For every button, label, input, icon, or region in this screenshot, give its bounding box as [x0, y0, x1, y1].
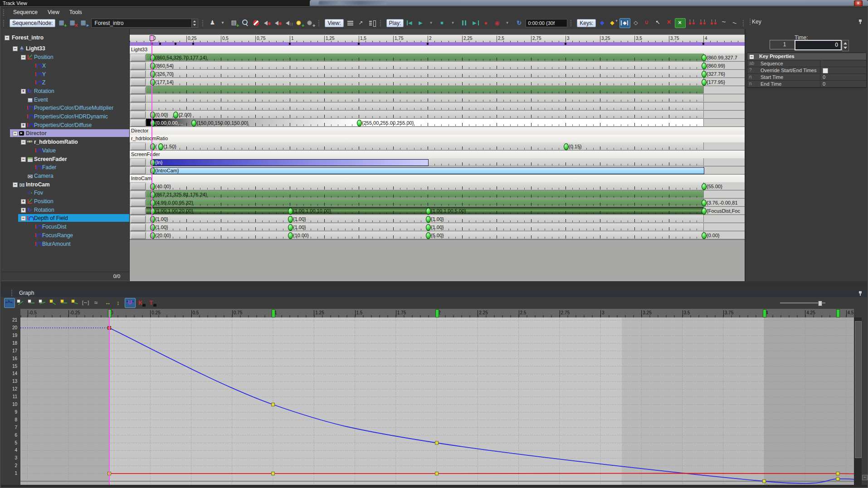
loop-options-button[interactable]	[503, 19, 513, 28]
tree-item-bluramount[interactable]: BlurAmount	[1, 240, 129, 248]
snap-curve-button[interactable]	[92, 298, 102, 307]
graph-playhead[interactable]	[109, 310, 110, 485]
track-key[interactable]	[702, 208, 707, 215]
tree-expander-plus-icon[interactable]: +	[21, 199, 26, 204]
mute-all-button[interactable]	[273, 19, 283, 28]
tree-expander-minus-icon[interactable]: −	[21, 55, 26, 60]
track-gutter-button[interactable]	[131, 71, 146, 78]
timeline-track-light33-hdrdynamic[interactable]: {0.00}{2.00}	[130, 111, 745, 119]
tout-auto-button[interactable]	[49, 298, 59, 307]
fit-vertical-button[interactable]	[114, 298, 124, 307]
tree-item-position[interactable]: +Position	[1, 197, 129, 205]
timeline-track-light33-diffuse[interactable]: {0.00,0.00,...{150.00,150.00,150.00}{255…	[130, 119, 745, 127]
timeline-track-introcam-focusrange[interactable]: {1.00}{1.00}{1.00}	[130, 223, 745, 231]
key-properties-header[interactable]: − Key Properties	[747, 53, 866, 60]
timeline-track-light33-y[interactable]: {326.70}{327.76}	[130, 70, 745, 78]
unmute-all-button[interactable]	[284, 19, 294, 28]
graph-time-ruler[interactable]: -0.5-0.2500.250.50.7511.251.51.7522.252.…	[20, 309, 854, 318]
track-lane[interactable]	[146, 231, 703, 239]
graph-key-time-marker[interactable]	[272, 309, 275, 317]
track-gutter-button[interactable]	[131, 224, 146, 231]
track-gutter-button[interactable]	[131, 216, 146, 223]
property-value[interactable]: 0	[820, 74, 865, 80]
track-gutter-button[interactable]	[131, 95, 146, 102]
track-lane[interactable]	[146, 215, 703, 222]
tree-item-z[interactable]: Z	[1, 78, 129, 87]
tree-item-event[interactable]: Event	[1, 96, 129, 104]
track-gutter-button[interactable]	[131, 167, 146, 174]
timeline-track-light33-diffusemultiplier[interactable]	[130, 102, 745, 111]
summary-key[interactable]	[175, 43, 176, 45]
curve-key[interactable]	[272, 472, 275, 475]
tree-expander-plus-icon[interactable]: +	[21, 89, 26, 94]
tree-expander-plus-icon[interactable]: +	[21, 123, 26, 128]
track-key[interactable]	[357, 120, 362, 127]
track-key[interactable]	[158, 143, 163, 150]
stop-options-button[interactable]	[449, 19, 459, 28]
move-keys-button[interactable]	[598, 18, 608, 27]
track-lane[interactable]	[146, 111, 703, 118]
curve-keys-button[interactable]	[4, 298, 15, 308]
tout-zero-button[interactable]	[59, 298, 69, 307]
pause-button[interactable]	[460, 19, 470, 28]
track-gutter-button[interactable]	[131, 159, 146, 166]
timeline-track-introcam-position[interactable]: {867.21,325.81,176.24}	[130, 190, 745, 199]
timeline-playhead[interactable]	[151, 34, 152, 239]
tree-expander-minus-icon[interactable]: −	[21, 157, 26, 162]
stop-button[interactable]	[438, 19, 448, 28]
track-lane[interactable]	[146, 86, 703, 93]
go-to-end-button[interactable]	[471, 19, 481, 28]
timeline-track-introcam-depth-of-field[interactable]: {1.00,1.00,20.00}{1.00,1.00,10.00}{1.00,…	[130, 207, 745, 215]
tree-expander-minus-icon[interactable]: −	[13, 131, 18, 136]
tangent-out-button[interactable]	[730, 18, 740, 27]
tree-item-properties-color-diffusemultiplier[interactable]: Properties/Color/DiffuseMultiplier	[1, 104, 129, 112]
track-key[interactable]	[150, 143, 155, 150]
tin-zero-button[interactable]	[27, 298, 37, 307]
timeline-track-light33-position[interactable]: {860.54,326.70,177.14}{860.99,327.7	[130, 54, 745, 62]
tree-item-y[interactable]: Y	[1, 70, 129, 78]
timeline-track-screenfader-fader[interactable]: {In}	[130, 158, 745, 166]
track-key[interactable]	[150, 167, 155, 174]
view-curves-button[interactable]	[356, 19, 366, 28]
close-icon[interactable]: ×	[854, 0, 863, 6]
timeline-track-light33-rotation[interactable]	[130, 86, 745, 94]
record-track-2-button[interactable]	[697, 18, 707, 27]
track-gutter-button[interactable]	[131, 54, 146, 61]
snap-none-button[interactable]	[631, 18, 641, 27]
track-gutter-button[interactable]	[131, 191, 146, 198]
delete-keys-button[interactable]	[664, 18, 674, 27]
refresh-button[interactable]	[514, 19, 524, 28]
track-key[interactable]	[150, 159, 155, 166]
property-row-sequence[interactable]: abSequence	[747, 60, 866, 67]
add-selected-node-button[interactable]	[208, 19, 218, 28]
tree-item-r-hdrbloomratio[interactable]: −r_hdrbloomRatio	[1, 138, 129, 146]
timeline-track-director-camera[interactable]: {IntroCam}	[130, 166, 745, 175]
tree-item-depth-of-field[interactable]: −Depth of Field	[1, 214, 129, 222]
go-to-start-button[interactable]	[405, 19, 415, 28]
track-gutter-button[interactable]	[131, 143, 146, 150]
tree-expander-minus-icon[interactable]: −	[5, 35, 10, 40]
property-row-override-start-end-times[interactable]: ?Override Start/End Times	[747, 67, 866, 74]
track-lane[interactable]	[146, 94, 703, 102]
tree-expander-plus-icon[interactable]: +	[21, 208, 26, 213]
find-node-button[interactable]	[240, 19, 250, 28]
graph-panel-titlebar[interactable]: Graph	[1, 289, 867, 297]
track-lane[interactable]	[146, 78, 703, 85]
track-key[interactable]	[702, 232, 707, 239]
track-key[interactable]	[702, 54, 707, 61]
scrollbar-thumb[interactable]	[855, 321, 862, 458]
track-key[interactable]	[288, 216, 293, 223]
property-value[interactable]: 0	[820, 81, 865, 87]
play-options-button[interactable]	[427, 19, 437, 28]
combo-spinner-icon[interactable]	[191, 19, 198, 27]
track-fader-bar[interactable]	[152, 159, 429, 166]
track-lane[interactable]	[146, 182, 703, 190]
summary-key[interactable]	[159, 43, 161, 45]
timeline-track-introcam-focusdist[interactable]: {1.00}{1.00}{1.00}	[130, 215, 745, 223]
track-key[interactable]	[150, 200, 155, 206]
sync-selected-button[interactable]	[675, 18, 686, 28]
record-track-1-button[interactable]	[687, 18, 697, 27]
tree-item-value[interactable]: Value	[1, 146, 129, 155]
track-key[interactable]	[150, 183, 155, 190]
tree-item-focusrange[interactable]: FocusRange	[1, 231, 129, 239]
